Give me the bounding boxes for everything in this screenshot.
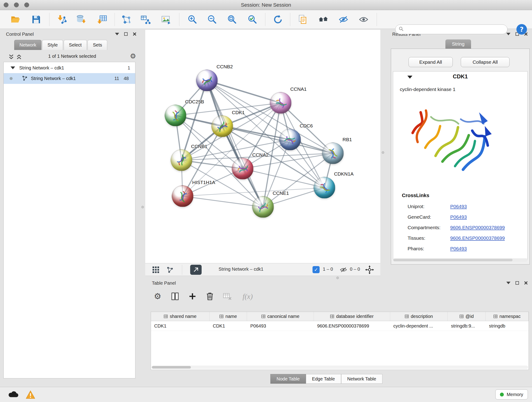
column-header-canonical-name[interactable]: canonical name <box>247 312 314 321</box>
birdseye-grid-icon[interactable] <box>152 265 159 274</box>
network-collection-row[interactable]: String Network – cdk1 1 <box>4 63 135 73</box>
network-node-ccne1[interactable] <box>252 196 274 218</box>
float-panel-icon[interactable] <box>515 281 519 285</box>
import-network-file-icon[interactable] <box>56 13 69 26</box>
maximize-window-button[interactable] <box>24 2 29 7</box>
hide-selected-eye-slash-icon[interactable] <box>337 13 350 26</box>
close-window-button[interactable] <box>4 2 8 7</box>
close-panel-icon[interactable] <box>524 281 528 285</box>
table-horizontal-scrollbar[interactable] <box>152 366 528 369</box>
results-horizontal-scrollbar[interactable] <box>393 258 528 262</box>
crosslink-link[interactable]: P06493 <box>450 204 467 209</box>
table-options-gear-icon[interactable]: ⚙ <box>152 291 163 302</box>
expand-all-button[interactable]: Expand All <box>409 57 453 67</box>
table-cell[interactable]: cyclin-dependent ... <box>390 321 448 331</box>
collapse-panel-icon[interactable] <box>506 33 510 35</box>
search-input[interactable] <box>406 27 504 32</box>
crosslink-link[interactable]: P06493 <box>450 246 467 251</box>
network-node-cdkn1a[interactable] <box>314 177 335 198</box>
column-header--id[interactable]: @id <box>448 312 486 321</box>
network-node-hist1h1a[interactable] <box>172 185 193 207</box>
save-session-icon[interactable] <box>30 13 43 26</box>
warning-icon[interactable] <box>26 390 35 399</box>
add-column-plus-icon[interactable] <box>187 291 198 302</box>
network-row-selected[interactable]: String Network – cdk1 11 48 <box>4 73 135 84</box>
horizontal-splitter-handle[interactable] <box>336 277 339 279</box>
import-network-database-icon[interactable] <box>75 13 88 26</box>
column-header-description[interactable]: description <box>390 312 448 321</box>
network-node-cdc25b[interactable] <box>165 105 186 126</box>
open-in-new-window-button[interactable] <box>190 265 202 275</box>
network-node-rb1[interactable] <box>322 143 344 164</box>
zoom-in-icon[interactable] <box>186 13 199 26</box>
crosslink-label: Pharos: <box>408 246 450 251</box>
network-overview-icon[interactable] <box>166 265 174 274</box>
tab-string[interactable]: String <box>445 39 471 49</box>
collapse-panel-icon[interactable] <box>115 33 119 35</box>
node-table: shared namenamecanonical namedatabase id… <box>151 312 529 370</box>
column-header-database-identifier[interactable]: database identifier <box>314 312 390 321</box>
open-session-icon[interactable] <box>9 13 22 26</box>
refresh-icon[interactable] <box>272 13 284 26</box>
network-node-ccnb1[interactable] <box>171 149 192 171</box>
network-node-cdc6[interactable] <box>279 129 301 150</box>
network-view-toolbar: String Network – cdk1 ✓ 1 – 0 0 – 0 <box>145 263 380 276</box>
selected-indicator-checkbox[interactable]: ✓ <box>312 266 320 273</box>
network-node-ccna2[interactable] <box>232 158 253 179</box>
table-cell[interactable]: 9606.ENSP00000378699 <box>314 321 390 331</box>
show-columns-icon[interactable] <box>169 291 181 302</box>
export-image-icon[interactable] <box>159 13 172 26</box>
zoom-fit-icon[interactable] <box>226 13 239 26</box>
copy-document-icon[interactable] <box>296 13 309 26</box>
search-field[interactable] <box>395 25 507 34</box>
float-panel-icon[interactable] <box>124 32 128 36</box>
cloud-sync-icon[interactable] <box>8 390 19 398</box>
network-options-gear-icon[interactable]: ⚙ <box>130 53 136 60</box>
table-row[interactable]: CDK1CDK1P064939606.ENSP00000378699cyclin… <box>151 321 529 331</box>
scrollbar-thumb[interactable] <box>152 366 191 369</box>
column-header-shared-name[interactable]: shared name <box>151 312 210 321</box>
tab-style[interactable]: Style <box>42 40 63 50</box>
network-view-canvas[interactable]: CCNB2CCNA1CDC25BCDK1CDC6RB1CCNB1CCNA2CDK… <box>145 30 380 263</box>
tab-select[interactable]: Select <box>64 40 87 50</box>
selected-nodes-edges-count: 1 – 0 <box>323 267 333 272</box>
table-cell[interactable]: CDK1 <box>210 321 247 331</box>
column-header-namespac[interactable]: namespac <box>486 312 529 321</box>
scrollbar-thumb[interactable] <box>393 259 513 261</box>
vertical-splitter-handle[interactable] <box>141 206 144 208</box>
tree-expand-icon[interactable] <box>11 66 15 69</box>
column-header-name[interactable]: name <box>210 312 247 321</box>
tab-edge-table[interactable]: Edge Table <box>306 374 341 384</box>
fit-content-crosshair-icon[interactable] <box>365 265 374 274</box>
show-all-eye-icon[interactable] <box>357 13 370 26</box>
network-node-ccnb2[interactable] <box>196 70 218 91</box>
collapse-all-button[interactable]: Collapse All <box>461 57 510 67</box>
crosslink-link[interactable]: P06493 <box>450 214 467 220</box>
network-from-selection-icon[interactable] <box>120 13 133 26</box>
help-button[interactable]: ? <box>516 24 527 35</box>
close-panel-icon[interactable] <box>133 32 137 36</box>
network-and-table-icon[interactable] <box>139 13 152 26</box>
memory-button[interactable]: Memory <box>495 389 528 400</box>
hidden-nodes-edges-count: 0 – 0 <box>350 267 360 272</box>
tab-network[interactable]: Network <box>14 40 41 50</box>
zoom-out-icon[interactable] <box>206 13 219 26</box>
table-cell[interactable]: stringdb <box>486 321 529 331</box>
crosslink-link[interactable]: 9606.ENSP00000378699 <box>450 225 505 230</box>
crosslink-link[interactable]: 9606.ENSP00000378699 <box>450 235 505 241</box>
zoom-selected-icon[interactable] <box>246 13 259 26</box>
delete-column-trash-icon[interactable] <box>204 291 215 302</box>
table-cell[interactable]: stringdb:9... <box>448 321 486 331</box>
network-node-cdk1[interactable] <box>211 115 233 137</box>
network-node-ccna1[interactable] <box>270 92 291 114</box>
home-networks-icon[interactable] <box>317 13 330 26</box>
tab-sets[interactable]: Sets <box>88 40 107 50</box>
minimize-window-button[interactable] <box>14 2 19 7</box>
table-cell[interactable]: CDK1 <box>151 321 210 331</box>
vertical-splitter-handle[interactable] <box>382 151 384 154</box>
tab-node-table[interactable]: Node Table <box>270 374 306 384</box>
collapse-panel-icon[interactable] <box>506 282 510 284</box>
import-table-file-icon[interactable] <box>96 13 109 26</box>
table-cell[interactable]: P06493 <box>247 321 314 331</box>
tab-network-table[interactable]: Network Table <box>341 374 382 384</box>
